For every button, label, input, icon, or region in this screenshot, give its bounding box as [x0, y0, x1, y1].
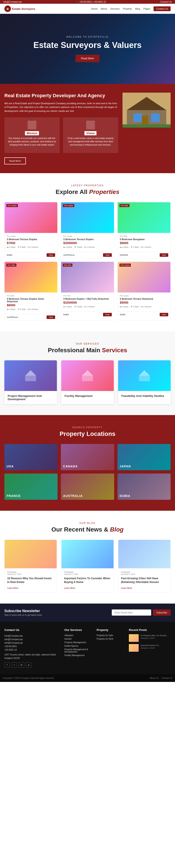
location-overlay-4: AUSTRALIA — [61, 473, 114, 500]
footer-contact-email1: info@Company.wp — [4, 634, 60, 638]
footer-contact-email2: info@Company.wp — [4, 638, 60, 641]
footer-service-item-2[interactable]: Property Management — [65, 641, 92, 644]
newsletter-subscribe-button[interactable]: Subscribe — [153, 610, 171, 616]
property-name-0: 3 Bedroom Terrace Duplex — [7, 238, 55, 241]
location-card-japan[interactable]: JAPAN — [117, 444, 171, 470]
about-inner: Real Estate Property Developer And Agenc… — [4, 93, 171, 164]
footer-about-link[interactable]: About Us — [150, 677, 159, 679]
nav: Home About Services Property Blog Pages … — [91, 6, 171, 11]
property-card: For Lease For Lease 3 Bedroom Terrace Du… — [4, 202, 58, 258]
footer-phone1: +00-00-0001 — [4, 645, 60, 648]
footer-service-item-0[interactable]: Valuation — [65, 634, 92, 637]
property-view-button-3[interactable]: View — [46, 315, 55, 319]
footer-property-title: Property — [97, 628, 125, 631]
top-bar-phone: 📞 +00-00-0001 | +00-0001-10 — [76, 1, 106, 3]
property-info-0: For Lease 3 Bedroom Terrace Duplex $7000… — [5, 233, 57, 252]
property-image-5: For Lease — [118, 262, 170, 292]
property-baths-5: 🚿 6 Bath — [130, 306, 139, 308]
services-section: OUR SERVICES Professional Main Services … — [0, 332, 175, 415]
footer-property-item-0[interactable]: Property for Sale — [97, 634, 125, 637]
property-badge-2: For Sale — [119, 204, 130, 207]
blog-learn-more-1[interactable]: Learn More — [64, 587, 75, 589]
about-cards: Mission Our mission is to provide our cu… — [4, 117, 118, 153]
property-image-4: For rent — [61, 262, 114, 292]
blog-card-2: Estategate January 6, 2023 Fast-Growing … — [118, 539, 171, 593]
blog-learn-more-2[interactable]: Learn More — [121, 587, 132, 589]
property-footer-5: DUBA View — [118, 311, 170, 318]
property-type-2: For Sale — [120, 235, 168, 237]
property-info-3: For Sale 4 Bedroom Terrace Duplex Semi-D… — [5, 292, 57, 314]
property-beds-1: 🛏 3 Beds — [63, 246, 72, 248]
property-baths-1: 🚿 3 Bath — [74, 246, 82, 248]
blog-image-0 — [5, 540, 57, 568]
property-info-4: For rent 4 Bedroom Duplex + BQ Fully Det… — [61, 292, 114, 311]
footer-contact-link[interactable]: Contact Us — [162, 677, 172, 679]
newsletter-email-input[interactable] — [112, 610, 151, 616]
property-meta-1: 🛏 3 Beds 🚿 3 Bath 🍽 1 Kitchen — [63, 246, 112, 248]
property-price-3: $6000 — [7, 303, 55, 307]
location-card-usa[interactable]: USA — [4, 444, 58, 470]
property-meta-4: 🛏 5 Beds 🚿 5 Bath 🍽 2 Kitchen — [63, 306, 112, 308]
blog-date-2: January 6, 2023 — [121, 573, 168, 575]
services-title: Professional Main Services — [4, 347, 171, 354]
services-grid: Project Management And Development Facil… — [4, 360, 171, 404]
property-info-1: For Lease 3 Bedroom Terrace Duplex $3000… — [61, 233, 114, 252]
hero-cta-button[interactable]: Read More — [75, 55, 99, 62]
footer-contact-email3: info@Company.wp — [4, 641, 60, 645]
nav-services[interactable]: Services — [110, 7, 120, 10]
property-info-2: For Sale 5 Bedroom Bungalow $9000 🛏 4 Be… — [118, 233, 170, 252]
property-meta-3: 🛏 9 Beds 🚿 4 Bath 🍽 2 Kitchen — [7, 308, 55, 310]
footer: Contact Us info@Company.wp info@Company.… — [0, 622, 175, 674]
location-card-australia[interactable]: AUSTRALIA — [61, 473, 114, 500]
nav-blog[interactable]: Blog — [135, 7, 140, 10]
property-view-button-1[interactable]: View — [103, 253, 112, 257]
top-bar-connect[interactable]: Connect Us — [160, 1, 172, 3]
property-view-button-4[interactable]: View — [103, 313, 112, 316]
blog-grid: Estategate January 6, 2023 10 Reasons Wh… — [4, 539, 171, 593]
property-view-button-0[interactable]: View — [46, 253, 55, 257]
service-card-1: Facility Management — [61, 360, 114, 404]
nav-about[interactable]: About — [101, 7, 107, 10]
nav-property[interactable]: Property — [123, 7, 132, 10]
blog-image-1 — [62, 540, 113, 568]
property-beds-2: 🛏 4 Beds — [120, 246, 129, 248]
property-view-button-5[interactable]: View — [160, 313, 168, 316]
property-kitchen-2: 🍽 2 Kitchen — [141, 246, 151, 248]
footer-service-item-1[interactable]: Auction — [65, 638, 92, 640]
twitter-icon[interactable]: t — [11, 662, 17, 668]
location-card-canada[interactable]: CANADA — [61, 444, 114, 470]
newsletter-subtitle: Stay in touch with us to get latest news — [4, 614, 42, 616]
location-card-france[interactable]: FRANCE — [4, 473, 58, 500]
property-footer-1: AUSTRALIA View — [61, 252, 114, 258]
footer-property-item-1[interactable]: Property for Rent — [97, 638, 125, 640]
property-view-button-2[interactable]: View — [160, 253, 168, 257]
footer-service-item-5[interactable]: Facility Management — [65, 654, 92, 656]
locations-title: Property Locations — [4, 430, 171, 437]
pinterest-icon[interactable]: p — [26, 662, 32, 668]
footer-service-item-4[interactable]: Property Management & Development — [65, 648, 92, 653]
nav-home[interactable]: Home — [91, 7, 97, 10]
property-baths-0: 🚿 8 Bath — [17, 246, 26, 248]
recent-post-item-0: 10 Reasons Why You Should... January 6, … — [129, 634, 171, 642]
recent-post-thumb-0 — [129, 634, 139, 642]
property-card: For Lease For Lease 3 Bedroom Terrace Du… — [61, 202, 114, 258]
vision-text: To be a well known name in real estate p… — [66, 136, 115, 147]
location-name-0: USA — [7, 465, 14, 468]
service-info-0: Project Management And Development — [4, 391, 57, 404]
newsletter-section: Subscribe Newsletter Stay in touch with … — [0, 603, 175, 622]
blog-category-0: Estategate — [7, 571, 54, 573]
instagram-icon[interactable]: in — [19, 662, 24, 668]
property-type-0: For Lease — [7, 235, 55, 237]
svg-rect-11 — [139, 376, 150, 381]
blog-title-2: Fast-Growing Cities Still Have (Relative… — [121, 577, 168, 584]
read-more-button[interactable]: Read More — [4, 157, 26, 164]
blog-learn-more-0[interactable]: Learn More — [7, 587, 19, 589]
footer-service-item-3[interactable]: Estate Agency — [65, 645, 92, 647]
newsletter-form: Subscribe — [112, 610, 171, 616]
facebook-icon[interactable]: f — [4, 662, 10, 668]
nav-contact-btn[interactable]: Contact Us — [153, 6, 171, 11]
newsletter-text: Subscribe Newsletter Stay in touch with … — [4, 609, 42, 616]
location-card-dubia[interactable]: DUBIA — [117, 473, 171, 500]
nav-pages[interactable]: Pages — [143, 7, 150, 10]
property-name-3: 4 Bedroom Terrace Duplex Semi-Detached — [7, 298, 55, 303]
